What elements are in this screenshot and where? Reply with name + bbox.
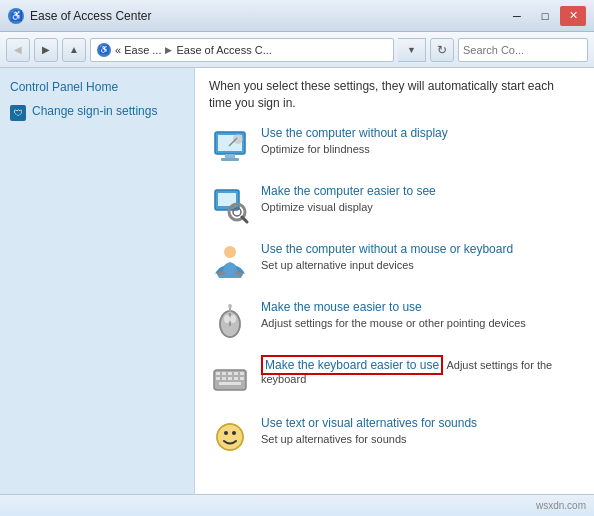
sound-icon bbox=[211, 418, 249, 456]
title-bar-left: ♿ Ease of Access Center bbox=[8, 8, 151, 24]
svg-rect-2 bbox=[225, 154, 235, 158]
svg-rect-32 bbox=[219, 382, 241, 385]
app-icon: ♿ bbox=[8, 8, 24, 24]
address-bar: ◀ ▶ ▲ ♿ « Ease ... ▶ Ease of Access C...… bbox=[0, 32, 594, 68]
keyboard-icon bbox=[211, 360, 249, 398]
svg-point-18 bbox=[230, 315, 236, 323]
search-input[interactable] bbox=[463, 44, 594, 56]
sidebar: Control Panel Home 🛡 Change sign-in sett… bbox=[0, 68, 195, 494]
change-sign-in-link[interactable]: 🛡 Change sign-in settings bbox=[10, 104, 184, 121]
no-mouse-link[interactable]: Use the computer without a mouse or keyb… bbox=[261, 242, 578, 256]
path-icon: ♿ bbox=[97, 43, 111, 57]
control-panel-home-link[interactable]: Control Panel Home bbox=[10, 80, 184, 94]
path-part1: « Ease ... bbox=[115, 44, 161, 56]
item-icon-container bbox=[209, 300, 251, 342]
svg-point-20 bbox=[228, 304, 232, 308]
list-item: Use the computer without a display Optim… bbox=[209, 126, 578, 168]
no-mouse-desc: Set up alternative input devices bbox=[261, 259, 414, 271]
easier-mouse-link[interactable]: Make the mouse easier to use bbox=[261, 300, 578, 314]
main-area: Control Panel Home 🛡 Change sign-in sett… bbox=[0, 68, 594, 494]
item-text: Use text or visual alternatives for soun… bbox=[261, 416, 578, 446]
window-controls: ─ □ ✕ bbox=[504, 6, 586, 26]
svg-rect-24 bbox=[228, 372, 232, 375]
forward-button[interactable]: ▶ bbox=[34, 38, 58, 62]
svg-rect-22 bbox=[216, 372, 220, 375]
list-item: Make the keyboard easier to use Adjust s… bbox=[209, 358, 578, 400]
item-icon-container bbox=[209, 126, 251, 168]
svg-point-36 bbox=[232, 431, 236, 435]
back-button[interactable]: ◀ bbox=[6, 38, 30, 62]
svg-rect-25 bbox=[234, 372, 238, 375]
svg-rect-3 bbox=[221, 158, 239, 161]
content-area: When you select these settings, they wil… bbox=[195, 68, 594, 494]
svg-point-4 bbox=[233, 134, 243, 144]
window-title: Ease of Access Center bbox=[30, 9, 151, 23]
shield-icon: 🛡 bbox=[10, 105, 26, 121]
easier-mouse-desc: Adjust settings for the mouse or other p… bbox=[261, 317, 526, 329]
search-box[interactable]: 🔍 bbox=[458, 38, 588, 62]
item-text: Make the mouse easier to use Adjust sett… bbox=[261, 300, 578, 330]
item-icon-container bbox=[209, 184, 251, 226]
maximize-button[interactable]: □ bbox=[532, 6, 558, 26]
svg-point-35 bbox=[224, 431, 228, 435]
path-arrow: ▶ bbox=[165, 45, 172, 55]
item-icon-container bbox=[209, 242, 251, 284]
minimize-button[interactable]: ─ bbox=[504, 6, 530, 26]
item-icon-container bbox=[209, 358, 251, 400]
svg-point-11 bbox=[224, 246, 236, 258]
easier-keyboard-link[interactable]: Make the keyboard easier to use bbox=[261, 355, 443, 375]
no-display-desc: Optimize for blindness bbox=[261, 143, 370, 155]
svg-point-17 bbox=[224, 315, 230, 323]
item-icon-container bbox=[209, 416, 251, 458]
list-item: Make the mouse easier to use Adjust sett… bbox=[209, 300, 578, 342]
up-button[interactable]: ▲ bbox=[62, 38, 86, 62]
svg-rect-26 bbox=[240, 372, 244, 375]
svg-rect-30 bbox=[234, 377, 238, 380]
list-item: Use the computer without a mouse or keyb… bbox=[209, 242, 578, 284]
item-text: Use the computer without a display Optim… bbox=[261, 126, 578, 156]
list-item: Make the computer easier to see Optimize… bbox=[209, 184, 578, 226]
item-text: Make the keyboard easier to use Adjust s… bbox=[261, 358, 578, 387]
svg-rect-29 bbox=[228, 377, 232, 380]
monitor-icon bbox=[211, 128, 249, 166]
watermark: wsxdn.com bbox=[536, 500, 586, 511]
magnifier-icon bbox=[211, 186, 249, 224]
item-text: Make the computer easier to see Optimize… bbox=[261, 184, 578, 214]
svg-rect-28 bbox=[222, 377, 226, 380]
no-display-link[interactable]: Use the computer without a display bbox=[261, 126, 578, 140]
close-button[interactable]: ✕ bbox=[560, 6, 586, 26]
item-text: Use the computer without a mouse or keyb… bbox=[261, 242, 578, 272]
svg-rect-27 bbox=[216, 377, 220, 380]
svg-line-10 bbox=[242, 217, 247, 222]
svg-rect-23 bbox=[222, 372, 226, 375]
svg-rect-31 bbox=[240, 377, 244, 380]
status-bar: wsxdn.com bbox=[0, 494, 594, 516]
easier-see-link[interactable]: Make the computer easier to see bbox=[261, 184, 578, 198]
address-dropdown[interactable]: ▼ bbox=[398, 38, 426, 62]
easier-see-desc: Optimize visual display bbox=[261, 201, 373, 213]
address-path[interactable]: ♿ « Ease ... ▶ Ease of Access C... bbox=[90, 38, 394, 62]
sound-alternatives-desc: Set up alternatives for sounds bbox=[261, 433, 407, 445]
mouse-icon bbox=[211, 302, 249, 340]
intro-text: When you select these settings, they wil… bbox=[209, 78, 578, 112]
sound-alternatives-link[interactable]: Use text or visual alternatives for soun… bbox=[261, 416, 578, 430]
list-item: Use text or visual alternatives for soun… bbox=[209, 416, 578, 458]
person-icon bbox=[211, 244, 249, 282]
refresh-button[interactable]: ↻ bbox=[430, 38, 454, 62]
path-part2: Ease of Access C... bbox=[176, 44, 271, 56]
title-bar: ♿ Ease of Access Center ─ □ ✕ bbox=[0, 0, 594, 32]
